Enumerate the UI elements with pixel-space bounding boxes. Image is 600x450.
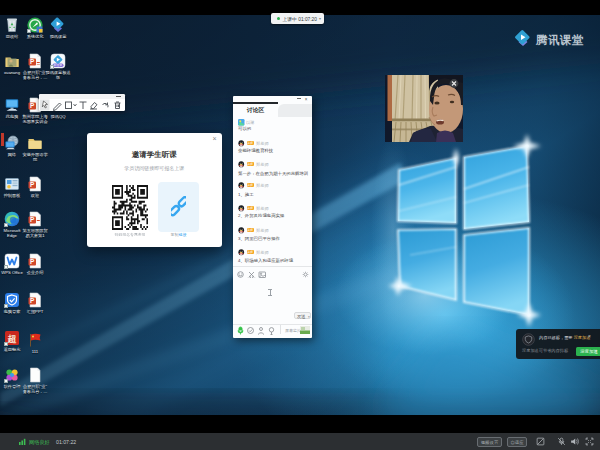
- svg-text:P: P: [30, 102, 35, 109]
- svg-text:P: P: [30, 181, 35, 188]
- svg-text:P: P: [30, 216, 35, 223]
- svg-text:极速版: 极速版: [53, 63, 63, 67]
- svg-text:P: P: [30, 58, 35, 65]
- svg-text:P: P: [30, 297, 35, 304]
- svg-text:P: P: [30, 258, 35, 265]
- svg-text:超: 超: [7, 334, 17, 344]
